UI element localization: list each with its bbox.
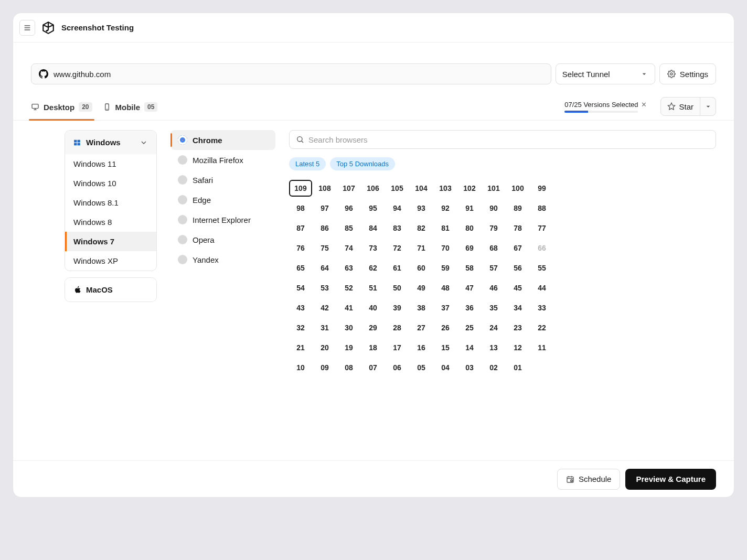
version-button[interactable]: 25 [458,319,481,336]
settings-button[interactable]: Settings [659,63,716,84]
version-button[interactable]: 82 [410,220,433,236]
version-button[interactable]: 06 [386,359,409,376]
version-button[interactable]: 51 [361,279,385,296]
version-button[interactable]: 21 [289,339,312,356]
version-button[interactable]: 54 [289,279,312,296]
version-button[interactable]: 08 [337,359,360,376]
version-button[interactable]: 83 [386,220,409,236]
preview-capture-button[interactable]: Preview & Capture [625,469,716,490]
version-button[interactable]: 85 [337,220,360,236]
version-button[interactable]: 107 [337,180,360,197]
version-button[interactable]: 39 [386,299,409,316]
tab-mobile[interactable]: Mobile 05 [103,97,158,120]
version-button[interactable]: 13 [482,339,505,356]
version-button[interactable]: 104 [410,180,433,197]
version-button[interactable]: 38 [410,299,433,316]
os-group-macos[interactable]: MacOS [65,278,156,301]
version-button[interactable]: 48 [434,279,457,296]
version-button[interactable]: 41 [337,299,360,316]
version-button[interactable]: 76 [289,240,312,256]
version-button[interactable]: 88 [530,200,553,217]
version-button[interactable]: 28 [386,319,409,336]
browser-item[interactable]: Chrome [170,130,275,150]
version-button[interactable]: 55 [530,260,553,276]
version-button[interactable]: 79 [482,220,505,236]
version-button[interactable]: 103 [434,180,457,197]
version-button[interactable]: 65 [289,260,312,276]
version-button[interactable]: 87 [289,220,312,236]
version-button[interactable]: 03 [458,359,481,376]
version-button[interactable]: 27 [410,319,433,336]
version-button[interactable]: 29 [361,319,385,336]
version-button[interactable]: 18 [361,339,385,356]
version-button[interactable]: 91 [458,200,481,217]
version-button[interactable]: 30 [337,319,360,336]
version-button[interactable]: 63 [337,260,360,276]
version-button[interactable]: 46 [482,279,505,296]
version-button[interactable]: 09 [313,359,336,376]
tab-desktop[interactable]: Desktop 20 [31,97,92,120]
os-item[interactable]: Windows XP [65,251,156,271]
version-button[interactable]: 33 [530,299,553,316]
version-button[interactable]: 12 [506,339,529,356]
version-button[interactable]: 70 [434,240,457,256]
version-button[interactable]: 43 [289,299,312,316]
star-dropdown[interactable] [700,97,716,116]
version-button[interactable]: 72 [386,240,409,256]
version-button[interactable]: 52 [337,279,360,296]
version-button[interactable]: 108 [313,180,336,197]
version-button[interactable]: 19 [337,339,360,356]
version-button[interactable]: 92 [434,200,457,217]
version-button[interactable]: 45 [506,279,529,296]
version-button[interactable]: 61 [386,260,409,276]
version-button[interactable]: 74 [337,240,360,256]
version-button[interactable]: 71 [410,240,433,256]
version-button[interactable]: 68 [482,240,505,256]
version-button[interactable]: 16 [410,339,433,356]
version-button[interactable]: 47 [458,279,481,296]
browser-item[interactable]: Edge [170,190,275,210]
version-button[interactable]: 53 [313,279,336,296]
version-button[interactable]: 75 [313,240,336,256]
clear-selection-button[interactable]: ✕ [641,101,647,109]
version-button[interactable]: 81 [434,220,457,236]
browser-item[interactable]: Opera [170,230,275,250]
version-button[interactable]: 93 [410,200,433,217]
version-button[interactable]: 05 [410,359,433,376]
version-button[interactable]: 97 [313,200,336,217]
browser-item[interactable]: Mozilla Firefox [170,150,275,170]
version-button[interactable]: 98 [289,200,312,217]
version-button[interactable]: 60 [410,260,433,276]
version-button[interactable]: 23 [506,319,529,336]
version-button[interactable]: 36 [458,299,481,316]
version-button[interactable]: 67 [506,240,529,256]
version-button[interactable]: 49 [410,279,433,296]
version-button[interactable]: 17 [386,339,409,356]
version-button[interactable]: 35 [482,299,505,316]
version-button[interactable]: 102 [458,180,481,197]
os-item[interactable]: Windows 7 [65,232,156,251]
version-button[interactable]: 89 [506,200,529,217]
tunnel-select[interactable]: Select Tunnel [556,63,655,84]
version-button[interactable]: 14 [458,339,481,356]
version-button[interactable]: 10 [289,359,312,376]
version-button[interactable]: 58 [458,260,481,276]
version-button[interactable]: 24 [482,319,505,336]
version-button[interactable]: 01 [506,359,529,376]
version-button[interactable]: 99 [530,180,553,197]
version-button[interactable]: 90 [482,200,505,217]
os-group-windows[interactable]: Windows [65,131,156,154]
menu-button[interactable] [19,20,35,36]
url-input[interactable]: www.github.com [31,63,551,84]
version-button[interactable]: 22 [530,319,553,336]
version-button[interactable]: 57 [482,260,505,276]
version-button[interactable]: 95 [361,200,385,217]
os-item[interactable]: Windows 8.1 [65,193,156,212]
version-button[interactable]: 04 [434,359,457,376]
version-button[interactable]: 02 [482,359,505,376]
version-button[interactable]: 42 [313,299,336,316]
version-button[interactable]: 80 [458,220,481,236]
os-item[interactable]: Windows 10 [65,174,156,193]
version-button[interactable]: 59 [434,260,457,276]
schedule-button[interactable]: Schedule [557,469,621,490]
